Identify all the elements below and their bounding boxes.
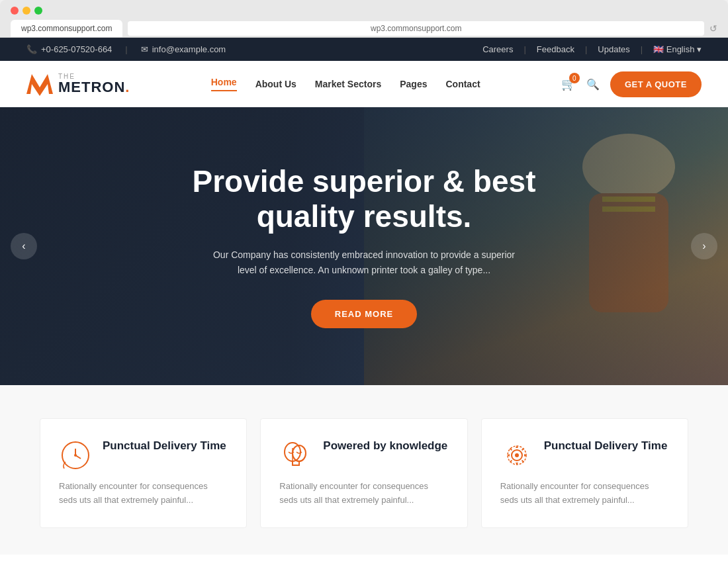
cart-button[interactable]: 🛒 0 <box>561 77 576 91</box>
nav-link-about[interactable]: About Us <box>255 79 296 89</box>
hero-prev-button[interactable]: ‹ <box>11 233 37 259</box>
careers-link[interactable]: Careers <box>482 44 513 54</box>
browser-tab-bar: wp3.commonsupport.com wp3.commonsupport.… <box>11 20 717 37</box>
phone-icon: 📞 <box>26 44 37 54</box>
gear-icon <box>500 439 533 472</box>
email-address: info@example.com <box>152 44 226 54</box>
features-section: Punctual Delivery Time Rationally encoun… <box>0 385 728 555</box>
logo-icon <box>26 71 53 97</box>
nav-link-market[interactable]: Market Sectors <box>315 79 381 89</box>
feature-title-1: Punctual Delivery Time <box>103 439 226 453</box>
nav-links: Home About Us Market Sectors Pages Conta… <box>211 77 480 91</box>
svg-point-8 <box>74 454 77 457</box>
top-bar: 📞 +0-625-07520-664 | ✉ info@example.com … <box>0 38 728 61</box>
language-label: English <box>666 44 695 54</box>
hero-section: ‹ Provide superior & best quality result… <box>0 107 728 385</box>
feature-card-2: Powered by knowledge Rationally encounte… <box>260 418 467 528</box>
hero-next-button[interactable]: › <box>691 233 717 259</box>
feedback-link[interactable]: Feedback <box>537 44 574 54</box>
hero-title: Provide superior & best quality results. <box>185 164 543 234</box>
email-icon: ✉ <box>141 44 148 54</box>
search-button[interactable]: 🔍 <box>586 78 600 91</box>
divider: | <box>125 44 127 54</box>
nav-actions: 🛒 0 🔍 GET A QUOTE <box>561 71 702 97</box>
updates-link[interactable]: Updates <box>598 44 629 54</box>
browser-chrome: wp3.commonsupport.com wp3.commonsupport.… <box>0 0 728 38</box>
hero-subtitle: Our Company has consistently embraced in… <box>205 247 523 279</box>
quote-button[interactable]: GET A QUOTE <box>610 71 702 97</box>
top-bar-left: 📞 +0-625-07520-664 | ✉ info@example.com <box>26 44 226 54</box>
chevron-down-icon: ▾ <box>697 44 702 54</box>
address-bar[interactable]: wp3.commonsupport.com <box>128 21 704 36</box>
feature-card-1: Punctual Delivery Time Rationally encoun… <box>40 418 247 528</box>
nav-link-pages[interactable]: Pages <box>400 79 427 89</box>
browser-dots <box>11 7 717 15</box>
phone-info: 📞 +0-625-07520-664 <box>26 44 112 54</box>
hero-cta-button[interactable]: READ MORE <box>311 300 417 328</box>
svg-marker-0 <box>26 74 53 96</box>
close-dot[interactable] <box>11 7 19 15</box>
cart-badge: 0 <box>569 73 580 83</box>
top-bar-right: Careers | Feedback | Updates | 🇬🇧 Englis… <box>482 44 702 54</box>
browser-tab[interactable]: wp3.commonsupport.com <box>11 20 122 37</box>
logo-name: METRON. <box>58 80 130 95</box>
hero-content: Provide superior & best quality results.… <box>132 164 596 328</box>
feature-desc-2: Rationally encounter for consequences se… <box>279 480 448 508</box>
logo-dot: . <box>125 79 130 95</box>
maximize-dot[interactable] <box>34 7 42 15</box>
minimize-dot[interactable] <box>23 7 30 15</box>
logo[interactable]: THE METRON. <box>26 71 130 97</box>
phone-number: +0-625-07520-664 <box>41 44 112 54</box>
feature-desc-1: Rationally encounter for consequences se… <box>59 480 228 508</box>
flag-icon: 🇬🇧 <box>653 44 664 54</box>
features-grid: Punctual Delivery Time Rationally encoun… <box>40 418 688 528</box>
website-content: 📞 +0-625-07520-664 | ✉ info@example.com … <box>0 38 728 581</box>
svg-point-13 <box>515 453 519 457</box>
brain-icon <box>279 439 312 472</box>
browser-controls: ↺ <box>709 23 717 34</box>
feature-desc-3: Rationally encounter for consequences se… <box>500 480 669 508</box>
clock-icon <box>59 439 92 472</box>
feature-title-2: Powered by knowledge <box>323 439 447 453</box>
welcome-section: WELCOME TO METRON <box>0 555 728 581</box>
nav-link-home[interactable]: Home <box>211 77 237 91</box>
main-nav: THE METRON. Home About Us Market Sectors… <box>0 61 728 107</box>
feature-title-3: Punctual Delivery Time <box>544 439 668 453</box>
nav-link-contact[interactable]: Contact <box>445 79 480 89</box>
email-info: ✉ info@example.com <box>141 44 226 54</box>
language-selector[interactable]: 🇬🇧 English ▾ <box>653 44 702 54</box>
logo-text: THE METRON. <box>58 73 130 95</box>
feature-card-3: Punctual Delivery Time Rationally encoun… <box>481 418 688 528</box>
